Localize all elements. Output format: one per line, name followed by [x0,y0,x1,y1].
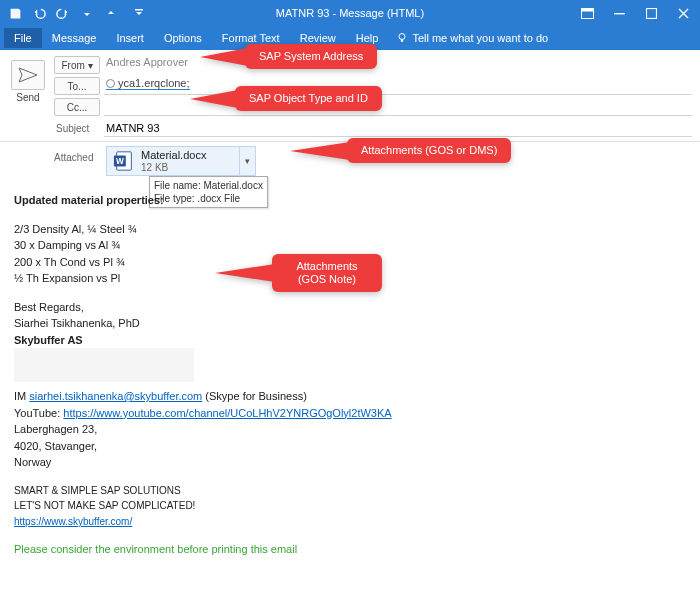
ribbon-display-icon[interactable] [580,6,594,20]
tab-insert[interactable]: Insert [106,28,154,48]
qat-next-icon[interactable] [104,6,118,20]
body-sender-name: Siarhei Tsikhanenka, PhD [14,315,686,332]
attachment-chip[interactable]: W Material.docx 12 KB ▾ [106,146,256,176]
svg-rect-3 [646,8,656,18]
cc-input[interactable] [104,98,692,116]
tab-review[interactable]: Review [290,28,346,48]
redacted-block [14,348,194,382]
bulb-icon [396,32,408,44]
svg-rect-5 [401,40,403,42]
subject-label: Subject [54,119,100,137]
send-label: Send [16,92,39,103]
tab-file[interactable]: File [4,28,42,48]
close-icon[interactable] [676,6,690,20]
body-im-line: IM siarhei.tsikhanenka@skybuffer.com (Sk… [14,388,686,405]
to-button[interactable]: To... [54,77,100,95]
title-bar: MATNR 93 - Message (HTML) [0,0,700,26]
qat-prev-icon[interactable] [80,6,94,20]
window-controls [580,6,700,20]
youtube-link[interactable]: https://www.youtube.com/channel/UCoLHhV2… [63,407,391,419]
body-line-3: 200 x Th Cond vs Pl ¾ [14,254,686,271]
to-recipient-chip[interactable]: yca1.erqclone; [106,77,190,90]
body-environment: Please consider the environment before p… [14,541,686,558]
ribbon-tabs: File Message Insert Options Format Text … [0,26,700,50]
cc-button[interactable]: Cc... [54,98,100,116]
body-line-1: 2/3 Density Al, ¼ Steel ¾ [14,221,686,238]
send-column: Send [8,56,48,137]
from-button[interactable]: From ▾ [54,56,100,74]
attachment-dropdown[interactable]: ▾ [239,146,255,176]
maximize-icon[interactable] [644,6,658,20]
body-youtube-line: YouTube: https://www.youtube.com/channel… [14,405,686,422]
attachment-size: 12 KB [141,162,239,173]
tab-message[interactable]: Message [42,28,107,48]
tab-help[interactable]: Help [346,28,389,48]
tell-me-search[interactable]: Tell me what you want to do [396,32,548,44]
site-link[interactable]: https://www.skybuffer.com/ [14,516,132,527]
body-addr1: Laberghagen 23, [14,421,686,438]
tab-format-text[interactable]: Format Text [212,28,290,48]
send-button[interactable] [11,60,45,90]
attachment-name: Material.docx [141,149,239,161]
tab-options[interactable]: Options [154,28,212,48]
from-value: Andres Approver [104,56,692,74]
header-fields: From ▾ Andres Approver To... yca1.erqclo… [54,56,692,137]
send-icon [18,67,38,83]
save-icon[interactable] [8,6,22,20]
presence-icon [106,79,115,88]
attachment-area: Attached W Material.docx 12 KB ▾ File na… [0,142,700,182]
body-regards: Best Regards, [14,299,686,316]
svg-rect-2 [614,13,625,14]
body-addr3: Norway [14,454,686,471]
svg-point-4 [399,34,405,40]
svg-text:W: W [116,157,124,166]
callout-attachments-gos: Attachments (GOS or DMS) [290,138,511,163]
minimize-icon[interactable] [612,6,626,20]
undo-icon[interactable] [32,6,46,20]
body-line-4: ½ Th Expansion vs Pl [14,270,686,287]
body-tagline-1: SMART & SIMPLE SAP SOLUTIONS [14,483,686,498]
attached-label: Attached [54,146,100,163]
to-input[interactable]: yca1.erqclone; [104,77,692,95]
redo-icon[interactable] [56,6,70,20]
subject-input[interactable] [104,119,692,137]
im-link[interactable]: siarhei.tsikhanenka@skybuffer.com [29,390,202,402]
tell-me-label: Tell me what you want to do [412,32,548,44]
svg-rect-1 [581,8,593,11]
body-line-2: 30 x Damping vs Al ¾ [14,237,686,254]
body-addr2: 4020, Stavanger, [14,438,686,455]
body-tagline-2: LET'S NOT MAKE SAP COMPLICATED! [14,498,686,513]
body-heading: Updated material properties: [14,192,686,209]
qat-customize-icon[interactable] [132,6,146,20]
word-doc-icon: W [111,148,137,174]
message-header: Send From ▾ Andres Approver To... yca1.e… [0,50,700,142]
message-body[interactable]: Updated material properties: 2/3 Density… [0,182,700,568]
quick-access-toolbar [0,6,146,20]
body-company: Skybuffer AS [14,332,686,349]
